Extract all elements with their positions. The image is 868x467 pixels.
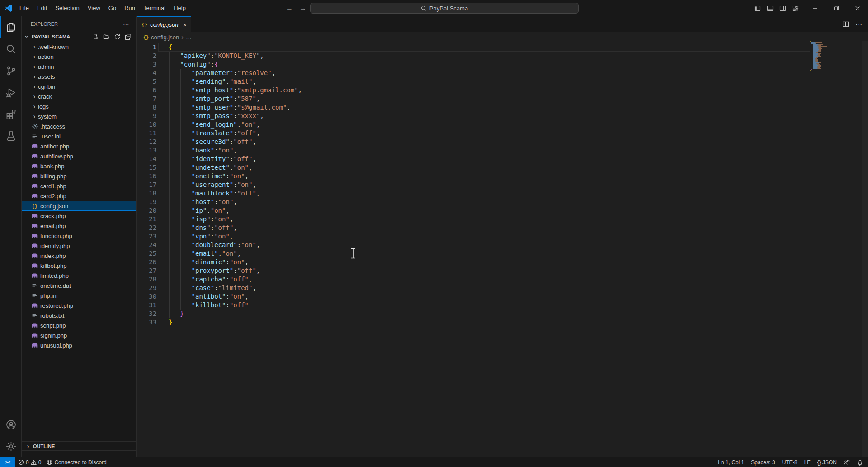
code-line-20[interactable]: 20 "ip":"on", (137, 206, 302, 215)
file-row-signin.php[interactable]: signin.php (22, 330, 136, 340)
file-row-crack.php[interactable]: crack.php (22, 211, 136, 221)
code-line-12[interactable]: 12 "secure3d":"off", (137, 138, 302, 146)
code-line-14[interactable]: 14 "identity":"off", (137, 155, 302, 163)
code-line-29[interactable]: 29 "case":"limited", (137, 284, 302, 292)
command-center-search[interactable]: PayPal Scama (310, 3, 579, 14)
file-row-onetime.dat[interactable]: onetime.dat (22, 281, 136, 291)
restore-button[interactable] (826, 0, 847, 16)
folder-row-logs[interactable]: ›logs (22, 101, 136, 111)
code-line-23[interactable]: 23 "vpn":"on", (137, 232, 302, 241)
file-row-billing.php[interactable]: billing.php (22, 171, 136, 181)
code-line-7[interactable]: 7 "smtp_port":"587", (137, 95, 302, 103)
folder-row-assets[interactable]: ›assets (22, 71, 136, 81)
timeline-section[interactable]: › TIMELINE (22, 450, 136, 457)
code-line-19[interactable]: 19 "host":"on", (137, 198, 302, 206)
toggle-secondary-sidebar-icon[interactable] (779, 5, 786, 12)
file-row-script.php[interactable]: script.php (22, 320, 136, 330)
code-line-1[interactable]: 1{ (137, 43, 302, 52)
code-line-17[interactable]: 17 "useragent":"on", (137, 181, 302, 189)
status-ln-1-col-1[interactable]: Ln 1, Col 1 (716, 457, 746, 467)
folder-row-admin[interactable]: ›admin (22, 62, 136, 71)
code-line-32[interactable]: 32 } (137, 310, 302, 318)
activity-explorer[interactable] (0, 16, 21, 38)
status-utf-8[interactable]: UTF-8 (780, 457, 800, 467)
file-row-.user.ini[interactable]: .user.ini (22, 131, 136, 141)
new-folder-icon[interactable] (103, 33, 110, 40)
code-line-28[interactable]: 28 "captcha":"off", (137, 275, 302, 284)
file-row-config.json[interactable]: {}config.json (22, 201, 136, 211)
editor-scrollbar[interactable] (862, 41, 868, 457)
file-row-authflow.php[interactable]: authflow.php (22, 151, 136, 161)
forward-button[interactable]: → (299, 4, 307, 12)
menu-selection[interactable]: Selection (51, 5, 83, 11)
menu-run[interactable]: Run (120, 5, 139, 11)
back-button[interactable]: ← (286, 4, 293, 12)
code-line-25[interactable]: 25 "email":"on", (137, 249, 302, 258)
code-line-24[interactable]: 24 "doublecard":"on", (137, 241, 302, 249)
close-button[interactable] (847, 0, 868, 16)
code-line-30[interactable]: 30 "antibot":"on", (137, 292, 302, 301)
file-row-antibot.php[interactable]: antibot.php (22, 141, 136, 151)
code-line-16[interactable]: 16 "onetime":"on", (137, 172, 302, 181)
code-line-10[interactable]: 10 "send_login":"on", (137, 120, 302, 129)
close-tab-icon[interactable]: × (183, 21, 187, 29)
code-line-3[interactable]: 3 "config":{ (137, 60, 302, 69)
code-line-4[interactable]: 4 "parameter":"resolve", (137, 69, 302, 77)
customize-layout-icon[interactable] (792, 5, 799, 12)
toggle-primary-sidebar-icon[interactable] (754, 5, 761, 12)
collapse-all-icon[interactable] (125, 33, 132, 40)
code-line-13[interactable]: 13 "bank":"on", (137, 146, 302, 155)
folder-row-cgi-bin[interactable]: ›cgi-bin (22, 81, 136, 91)
code-line-27[interactable]: 27 "proxyport":"off", (137, 267, 302, 275)
minimap[interactable] (810, 41, 837, 71)
file-row-bank.php[interactable]: bank.php (22, 161, 136, 171)
file-row-card2.php[interactable]: card2.php (22, 191, 136, 201)
remote-indicator[interactable]: >< (0, 457, 15, 467)
file-row-email.php[interactable]: email.php (22, 221, 136, 231)
outline-section[interactable]: › OUTLINE (22, 441, 136, 450)
code-line-2[interactable]: 2 "apikey":"KONTOL_KEY", (137, 52, 302, 60)
status--json[interactable]: {} JSON (815, 457, 839, 467)
file-row-unusual.php[interactable]: unusual.php (22, 340, 136, 350)
code-line-33[interactable]: 33} (137, 318, 302, 327)
file-row-index.php[interactable]: index.php (22, 251, 136, 261)
file-row-php.ini[interactable]: php.ini (22, 291, 136, 300)
status-bell[interactable] (854, 457, 865, 467)
code-line-11[interactable]: 11 "translate":"off", (137, 129, 302, 138)
code-line-6[interactable]: 6 "smtp_host":"smtp.gmail.com", (137, 86, 302, 95)
tab-config-json[interactable]: {} config.json × (137, 16, 191, 33)
refresh-icon[interactable] (114, 33, 121, 40)
activity-settings[interactable] (0, 435, 21, 457)
file-row-restored.php[interactable]: restored.php (22, 300, 136, 310)
folder-row-crack[interactable]: ›crack (22, 91, 136, 101)
file-row-.htaccess[interactable]: .htaccess (22, 121, 136, 131)
code-line-18[interactable]: 18 "mailblock":"off", (137, 189, 302, 198)
code-line-22[interactable]: 22 "dns":"off", (137, 224, 302, 232)
activity-testing[interactable] (0, 125, 21, 147)
code-line-31[interactable]: 31 "killbot":"off" (137, 301, 302, 310)
menu-terminal[interactable]: Terminal (139, 5, 170, 11)
menu-file[interactable]: File (15, 5, 33, 11)
project-section-header[interactable]: › PAYPAL SCAMA (22, 32, 136, 42)
activity-source-control[interactable] (0, 60, 21, 81)
code-editor[interactable]: 1{2 "apikey":"KONTOL_KEY",3 "config":{4 … (137, 43, 302, 327)
code-line-21[interactable]: 21 "isp":"on", (137, 215, 302, 224)
new-file-icon[interactable] (92, 33, 99, 40)
breadcrumb-file[interactable]: config.json (151, 34, 179, 41)
file-row-killbot.php[interactable]: killbot.php (22, 261, 136, 271)
toggle-panel-icon[interactable] (767, 5, 774, 12)
file-row-robots.txt[interactable]: robots.txt (22, 310, 136, 320)
explorer-more-actions-button[interactable]: ⋯ (123, 20, 130, 28)
code-line-8[interactable]: 8 "smtp_user":"s@gmail.com", (137, 103, 302, 112)
status-spaces-3[interactable]: Spaces: 3 (749, 457, 777, 467)
code-line-9[interactable]: 9 "smtp_pass":"xxxx", (137, 112, 302, 120)
more-actions-icon[interactable]: ⋯ (855, 20, 863, 29)
code-line-5[interactable]: 5 "sending":"mail", (137, 77, 302, 86)
menu-help[interactable]: Help (170, 5, 190, 11)
file-row-identity.php[interactable]: identity.php (22, 241, 136, 251)
minimize-button[interactable] (804, 0, 826, 16)
code-line-26[interactable]: 26 "dinamic":"on", (137, 258, 302, 267)
folder-row-action[interactable]: ›action (22, 52, 136, 62)
activity-accounts[interactable] (0, 414, 21, 435)
activity-extensions[interactable] (0, 103, 21, 125)
